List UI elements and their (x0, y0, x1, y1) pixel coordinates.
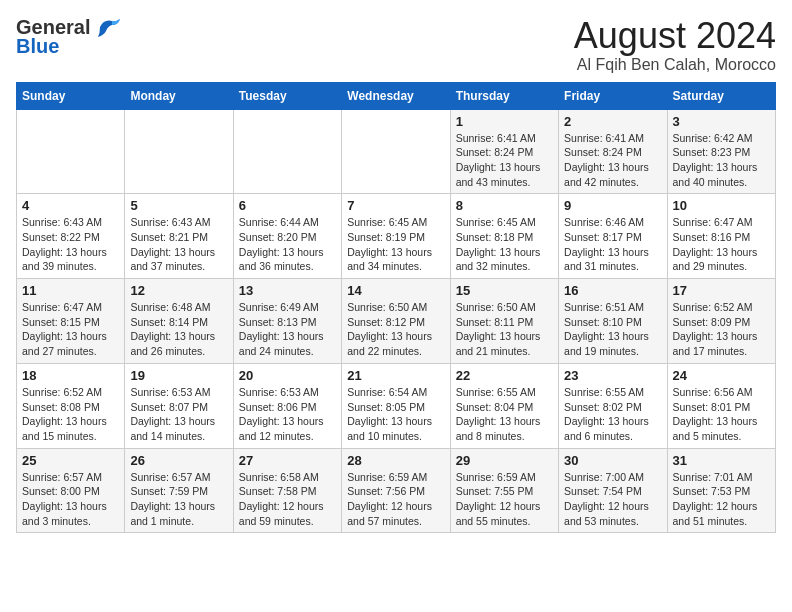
day-info: Sunrise: 6:47 AM Sunset: 8:15 PM Dayligh… (22, 300, 119, 359)
calendar-cell (125, 109, 233, 194)
calendar-cell: 1Sunrise: 6:41 AM Sunset: 8:24 PM Daylig… (450, 109, 558, 194)
day-number: 22 (456, 368, 553, 383)
day-info: Sunrise: 6:48 AM Sunset: 8:14 PM Dayligh… (130, 300, 227, 359)
day-info: Sunrise: 7:01 AM Sunset: 7:53 PM Dayligh… (673, 470, 770, 529)
logo: General Blue (16, 16, 122, 58)
day-number: 27 (239, 453, 336, 468)
day-info: Sunrise: 6:55 AM Sunset: 8:02 PM Dayligh… (564, 385, 661, 444)
day-info: Sunrise: 7:00 AM Sunset: 7:54 PM Dayligh… (564, 470, 661, 529)
day-number: 11 (22, 283, 119, 298)
day-info: Sunrise: 6:57 AM Sunset: 8:00 PM Dayligh… (22, 470, 119, 529)
page-header: General Blue August 2024 Al Fqih Ben Cal… (16, 16, 776, 74)
calendar-title: August 2024 (574, 16, 776, 56)
day-info: Sunrise: 6:59 AM Sunset: 7:56 PM Dayligh… (347, 470, 444, 529)
calendar-cell: 31Sunrise: 7:01 AM Sunset: 7:53 PM Dayli… (667, 448, 775, 533)
day-info: Sunrise: 6:42 AM Sunset: 8:23 PM Dayligh… (673, 131, 770, 190)
header-friday: Friday (559, 82, 667, 109)
calendar-cell: 12Sunrise: 6:48 AM Sunset: 8:14 PM Dayli… (125, 279, 233, 364)
day-number: 25 (22, 453, 119, 468)
day-info: Sunrise: 6:51 AM Sunset: 8:10 PM Dayligh… (564, 300, 661, 359)
calendar-cell: 28Sunrise: 6:59 AM Sunset: 7:56 PM Dayli… (342, 448, 450, 533)
calendar-cell: 18Sunrise: 6:52 AM Sunset: 8:08 PM Dayli… (17, 363, 125, 448)
day-number: 26 (130, 453, 227, 468)
calendar-cell: 15Sunrise: 6:50 AM Sunset: 8:11 PM Dayli… (450, 279, 558, 364)
calendar-cell (233, 109, 341, 194)
day-number: 30 (564, 453, 661, 468)
day-number: 28 (347, 453, 444, 468)
week-row-2: 4Sunrise: 6:43 AM Sunset: 8:22 PM Daylig… (17, 194, 776, 279)
calendar-cell: 10Sunrise: 6:47 AM Sunset: 8:16 PM Dayli… (667, 194, 775, 279)
day-number: 2 (564, 114, 661, 129)
day-number: 10 (673, 198, 770, 213)
title-block: August 2024 Al Fqih Ben Calah, Morocco (574, 16, 776, 74)
header-wednesday: Wednesday (342, 82, 450, 109)
week-row-1: 1Sunrise: 6:41 AM Sunset: 8:24 PM Daylig… (17, 109, 776, 194)
day-info: Sunrise: 6:58 AM Sunset: 7:58 PM Dayligh… (239, 470, 336, 529)
day-number: 1 (456, 114, 553, 129)
day-number: 20 (239, 368, 336, 383)
day-info: Sunrise: 6:46 AM Sunset: 8:17 PM Dayligh… (564, 215, 661, 274)
calendar-cell: 30Sunrise: 7:00 AM Sunset: 7:54 PM Dayli… (559, 448, 667, 533)
calendar-cell: 29Sunrise: 6:59 AM Sunset: 7:55 PM Dayli… (450, 448, 558, 533)
calendar-cell: 24Sunrise: 6:56 AM Sunset: 8:01 PM Dayli… (667, 363, 775, 448)
day-number: 4 (22, 198, 119, 213)
header-tuesday: Tuesday (233, 82, 341, 109)
week-row-3: 11Sunrise: 6:47 AM Sunset: 8:15 PM Dayli… (17, 279, 776, 364)
day-number: 9 (564, 198, 661, 213)
day-info: Sunrise: 6:56 AM Sunset: 8:01 PM Dayligh… (673, 385, 770, 444)
calendar-cell: 8Sunrise: 6:45 AM Sunset: 8:18 PM Daylig… (450, 194, 558, 279)
day-number: 14 (347, 283, 444, 298)
day-number: 18 (22, 368, 119, 383)
calendar-cell: 25Sunrise: 6:57 AM Sunset: 8:00 PM Dayli… (17, 448, 125, 533)
day-info: Sunrise: 6:50 AM Sunset: 8:11 PM Dayligh… (456, 300, 553, 359)
calendar-cell: 23Sunrise: 6:55 AM Sunset: 8:02 PM Dayli… (559, 363, 667, 448)
day-info: Sunrise: 6:49 AM Sunset: 8:13 PM Dayligh… (239, 300, 336, 359)
calendar-cell: 22Sunrise: 6:55 AM Sunset: 8:04 PM Dayli… (450, 363, 558, 448)
day-number: 12 (130, 283, 227, 298)
day-info: Sunrise: 6:45 AM Sunset: 8:19 PM Dayligh… (347, 215, 444, 274)
day-info: Sunrise: 6:41 AM Sunset: 8:24 PM Dayligh… (456, 131, 553, 190)
day-info: Sunrise: 6:57 AM Sunset: 7:59 PM Dayligh… (130, 470, 227, 529)
day-info: Sunrise: 6:41 AM Sunset: 8:24 PM Dayligh… (564, 131, 661, 190)
day-info: Sunrise: 6:44 AM Sunset: 8:20 PM Dayligh… (239, 215, 336, 274)
day-number: 23 (564, 368, 661, 383)
calendar-cell: 4Sunrise: 6:43 AM Sunset: 8:22 PM Daylig… (17, 194, 125, 279)
header-sunday: Sunday (17, 82, 125, 109)
calendar-cell: 27Sunrise: 6:58 AM Sunset: 7:58 PM Dayli… (233, 448, 341, 533)
day-info: Sunrise: 6:47 AM Sunset: 8:16 PM Dayligh… (673, 215, 770, 274)
calendar-cell: 16Sunrise: 6:51 AM Sunset: 8:10 PM Dayli… (559, 279, 667, 364)
header-saturday: Saturday (667, 82, 775, 109)
day-number: 6 (239, 198, 336, 213)
calendar-cell: 6Sunrise: 6:44 AM Sunset: 8:20 PM Daylig… (233, 194, 341, 279)
calendar-cell: 26Sunrise: 6:57 AM Sunset: 7:59 PM Dayli… (125, 448, 233, 533)
day-number: 5 (130, 198, 227, 213)
calendar-cell: 20Sunrise: 6:53 AM Sunset: 8:06 PM Dayli… (233, 363, 341, 448)
day-info: Sunrise: 6:59 AM Sunset: 7:55 PM Dayligh… (456, 470, 553, 529)
day-info: Sunrise: 6:52 AM Sunset: 8:08 PM Dayligh… (22, 385, 119, 444)
day-info: Sunrise: 6:43 AM Sunset: 8:22 PM Dayligh… (22, 215, 119, 274)
day-info: Sunrise: 6:54 AM Sunset: 8:05 PM Dayligh… (347, 385, 444, 444)
day-number: 8 (456, 198, 553, 213)
day-info: Sunrise: 6:55 AM Sunset: 8:04 PM Dayligh… (456, 385, 553, 444)
day-info: Sunrise: 6:53 AM Sunset: 8:07 PM Dayligh… (130, 385, 227, 444)
header-monday: Monday (125, 82, 233, 109)
calendar-cell: 19Sunrise: 6:53 AM Sunset: 8:07 PM Dayli… (125, 363, 233, 448)
week-row-4: 18Sunrise: 6:52 AM Sunset: 8:08 PM Dayli… (17, 363, 776, 448)
day-number: 31 (673, 453, 770, 468)
calendar-cell: 13Sunrise: 6:49 AM Sunset: 8:13 PM Dayli… (233, 279, 341, 364)
logo-blue: Blue (16, 35, 59, 58)
day-number: 3 (673, 114, 770, 129)
calendar-cell: 21Sunrise: 6:54 AM Sunset: 8:05 PM Dayli… (342, 363, 450, 448)
calendar-cell: 11Sunrise: 6:47 AM Sunset: 8:15 PM Dayli… (17, 279, 125, 364)
week-row-5: 25Sunrise: 6:57 AM Sunset: 8:00 PM Dayli… (17, 448, 776, 533)
calendar-cell: 7Sunrise: 6:45 AM Sunset: 8:19 PM Daylig… (342, 194, 450, 279)
day-number: 15 (456, 283, 553, 298)
day-number: 17 (673, 283, 770, 298)
day-number: 13 (239, 283, 336, 298)
calendar-cell: 5Sunrise: 6:43 AM Sunset: 8:21 PM Daylig… (125, 194, 233, 279)
calendar-cell (342, 109, 450, 194)
day-number: 19 (130, 368, 227, 383)
day-info: Sunrise: 6:53 AM Sunset: 8:06 PM Dayligh… (239, 385, 336, 444)
logo-bird-icon (94, 17, 122, 39)
calendar-cell: 14Sunrise: 6:50 AM Sunset: 8:12 PM Dayli… (342, 279, 450, 364)
